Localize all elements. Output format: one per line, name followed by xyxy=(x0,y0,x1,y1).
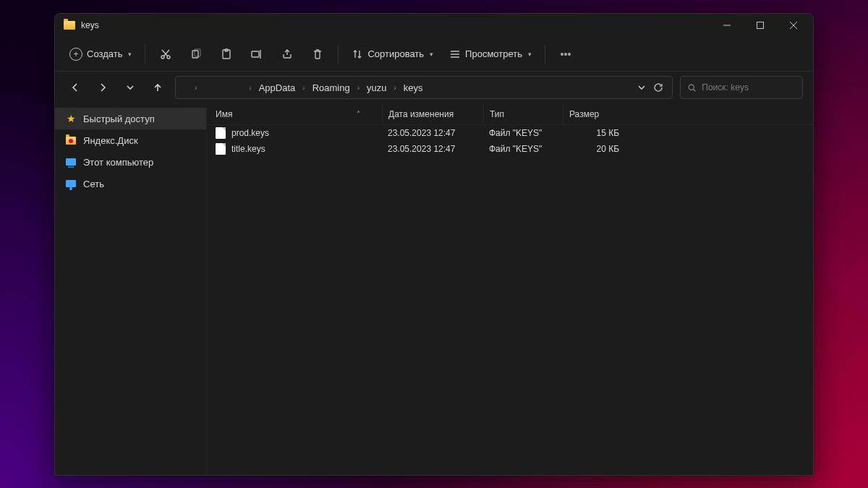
file-icon xyxy=(216,143,226,155)
search-box[interactable] xyxy=(680,76,803,99)
sidebar-item-this-pc[interactable]: Этот компьютер xyxy=(55,151,206,173)
chevron-down-icon: ▾ xyxy=(128,51,132,58)
network-icon xyxy=(66,180,76,187)
sidebar-item-network[interactable]: Сеть xyxy=(55,173,206,194)
sort-indicator-icon: ˄ xyxy=(357,110,360,118)
ellipsis-icon xyxy=(560,48,571,60)
chevron-down-icon[interactable] xyxy=(637,83,646,92)
up-button[interactable] xyxy=(148,77,168,98)
chevron-down-icon: ▾ xyxy=(430,51,433,58)
sidebar: ★ Быстрый доступ Яндекс.Диск Этот компью… xyxy=(55,103,207,475)
svg-line-21 xyxy=(694,89,696,91)
address-bar[interactable]: › › AppData › Roaming › yuzu › keys xyxy=(175,76,673,99)
copy-icon xyxy=(190,48,202,60)
svg-point-4 xyxy=(161,56,164,59)
more-button[interactable] xyxy=(551,43,580,66)
sidebar-item-label: Этот компьютер xyxy=(83,157,153,168)
folder-icon xyxy=(180,84,190,92)
column-modified[interactable]: Дата изменения xyxy=(382,103,483,124)
svg-rect-1 xyxy=(757,22,764,29)
file-row[interactable]: title.keys 23.05.2023 12:47 Файл "KEYS" … xyxy=(207,141,813,157)
search-input[interactable] xyxy=(702,82,795,93)
back-button[interactable] xyxy=(65,77,85,98)
file-name: prod.keys xyxy=(231,128,269,138)
clipboard-icon xyxy=(221,48,232,60)
sidebar-item-yandex-disk[interactable]: Яндекс.Диск xyxy=(55,129,206,151)
chevron-down-icon xyxy=(126,83,135,92)
sidebar-item-label: Яндекс.Диск xyxy=(83,135,138,146)
copy-button[interactable] xyxy=(182,43,210,66)
breadcrumb-separator: › xyxy=(249,84,251,92)
new-label: Создать xyxy=(87,48,122,59)
file-list: Имя ˄ Дата изменения Тип Размер prod.key… xyxy=(207,103,813,475)
view-button[interactable]: Просмотреть ▾ xyxy=(442,43,539,66)
breadcrumb-keys[interactable]: keys xyxy=(401,77,426,98)
rename-button[interactable] xyxy=(242,43,271,66)
scissors-icon xyxy=(160,48,171,60)
arrow-up-icon xyxy=(153,82,163,93)
column-type[interactable]: Тип xyxy=(483,103,563,124)
breadcrumb-separator: › xyxy=(195,84,197,92)
monitor-icon xyxy=(66,158,76,166)
titlebar: keys xyxy=(55,14,813,37)
file-name: title.keys xyxy=(231,144,265,154)
refresh-icon[interactable] xyxy=(653,82,663,93)
breadcrumb-separator: › xyxy=(302,84,305,92)
trash-icon xyxy=(312,48,323,60)
sidebar-item-quick-access[interactable]: ★ Быстрый доступ xyxy=(55,108,206,129)
breadcrumb-separator: › xyxy=(393,84,396,92)
file-size: 20 КБ xyxy=(563,144,628,154)
sidebar-item-label: Сеть xyxy=(83,179,104,189)
file-modified: 23.05.2023 12:47 xyxy=(382,128,483,138)
forward-button[interactable] xyxy=(93,77,113,98)
svg-point-18 xyxy=(565,53,566,54)
file-modified: 23.05.2023 12:47 xyxy=(382,144,483,154)
breadcrumb-yuzu[interactable]: yuzu xyxy=(364,77,389,98)
chevron-down-icon: ▾ xyxy=(528,51,532,58)
sidebar-item-label: Быстрый доступ xyxy=(83,114,155,124)
file-type: Файл "KEYS" xyxy=(483,144,563,154)
share-button[interactable] xyxy=(273,43,302,66)
breadcrumb-roaming[interactable]: Roaming xyxy=(310,77,353,98)
sort-icon xyxy=(352,48,363,60)
svg-point-20 xyxy=(689,85,694,90)
svg-point-19 xyxy=(569,53,570,54)
share-icon xyxy=(281,48,293,60)
star-icon: ★ xyxy=(65,113,77,124)
svg-rect-12 xyxy=(252,51,259,57)
svg-point-17 xyxy=(561,53,563,54)
plus-icon: + xyxy=(69,48,82,61)
svg-point-5 xyxy=(167,56,170,59)
new-button[interactable]: + Создать ▾ xyxy=(62,43,139,66)
arrow-right-icon xyxy=(98,82,108,93)
paste-button[interactable] xyxy=(212,43,241,66)
close-button[interactable] xyxy=(777,14,810,37)
search-icon xyxy=(688,83,696,93)
address-bar-row: › › AppData › Roaming › yuzu › keys xyxy=(55,72,813,103)
breadcrumb-separator: › xyxy=(357,84,359,92)
minimize-button[interactable] xyxy=(710,14,744,37)
file-type: Файл "KEYS" xyxy=(483,128,563,138)
view-icon xyxy=(449,48,461,60)
view-label: Просмотреть xyxy=(465,48,522,59)
maximize-button[interactable] xyxy=(744,14,777,37)
file-row[interactable]: prod.keys 23.05.2023 12:47 Файл "KEYS" 1… xyxy=(207,125,813,141)
cut-button[interactable] xyxy=(151,43,180,66)
file-size: 15 КБ xyxy=(563,128,628,138)
window-title: keys xyxy=(81,20,99,30)
folder-icon xyxy=(64,21,75,30)
column-name[interactable]: Имя ˄ xyxy=(216,103,382,124)
arrow-left-icon xyxy=(70,82,80,93)
sort-button[interactable]: Сортировать ▾ xyxy=(344,43,441,66)
recent-button[interactable] xyxy=(120,77,140,98)
delete-button[interactable] xyxy=(303,43,332,66)
rename-icon xyxy=(251,48,263,60)
column-headers: Имя ˄ Дата изменения Тип Размер xyxy=(207,103,813,125)
yandex-disk-icon xyxy=(66,137,76,145)
file-explorer-window: keys + Создать ▾ xyxy=(54,13,814,476)
file-icon xyxy=(216,127,226,139)
toolbar: + Создать ▾ Сортировать ▾ xyxy=(55,37,813,72)
sort-label: Сортировать xyxy=(367,48,424,59)
column-size[interactable]: Размер xyxy=(563,103,628,124)
breadcrumb-appdata[interactable]: AppData xyxy=(256,77,299,98)
